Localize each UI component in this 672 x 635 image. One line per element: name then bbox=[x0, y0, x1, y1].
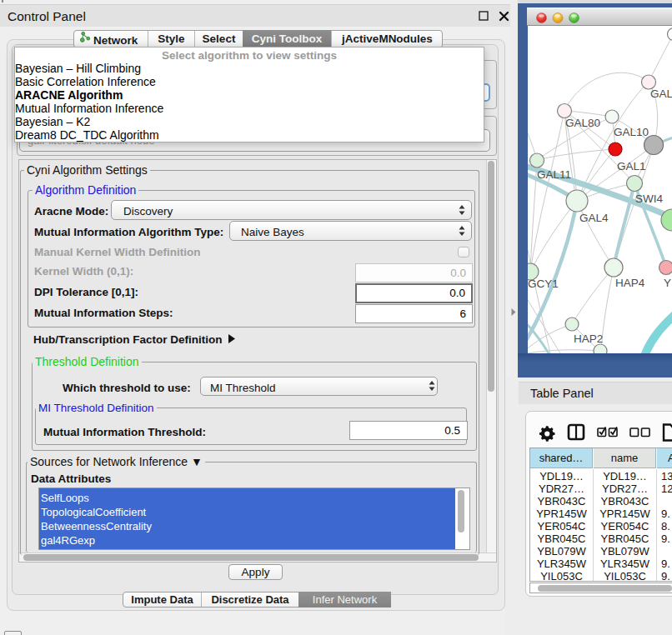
svg-text:GAL1: GAL1 bbox=[617, 160, 646, 172]
svg-text:HAP4: HAP4 bbox=[615, 277, 645, 289]
svg-text:HAP2: HAP2 bbox=[574, 332, 603, 345]
svg-text:GAL4: GAL4 bbox=[579, 212, 609, 224]
svg-text:GAL80: GAL80 bbox=[565, 117, 600, 129]
svg-text:GCY1: GCY1 bbox=[528, 278, 559, 290]
svg-text:SWI4: SWI4 bbox=[635, 192, 663, 205]
svg-text:GAL11: GAL11 bbox=[537, 168, 571, 181]
svg-text:GAL10: GAL10 bbox=[614, 126, 649, 138]
svg-text:Y: Y bbox=[664, 277, 671, 289]
svg-text:GAL7: GAL7 bbox=[650, 88, 672, 100]
